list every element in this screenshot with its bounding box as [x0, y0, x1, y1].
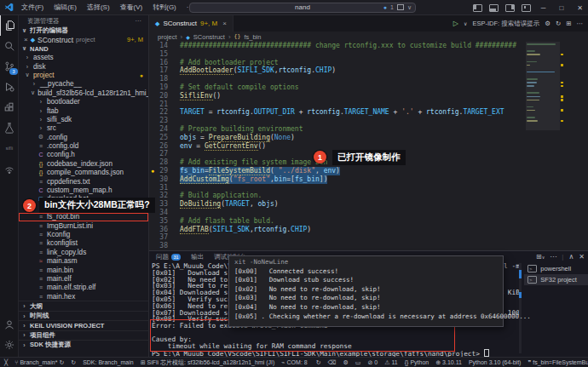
code-line[interactable]: 24# Prepare building environment	[149, 125, 526, 134]
tree-item[interactable]: ›sifli_sdk	[19, 115, 148, 123]
status-item-Python[interactable]: {}Python	[405, 359, 429, 365]
status-item-COM: 8[interactable]: ⌁COM: 8	[281, 359, 307, 366]
code-line[interactable]: 19# Set default compile options	[149, 83, 526, 92]
tree-item[interactable]: Ccustom_mem_map.h	[19, 186, 148, 194]
tree-item[interactable]: ≡main.hex	[19, 292, 148, 301]
breadcrumb[interactable]: project › ◆ SConstruct › {} fs_bin	[149, 32, 588, 42]
source-control-icon[interactable]: 3	[0, 56, 19, 77]
status-item[interactable]: ⌫	[328, 359, 337, 366]
close-tab-icon[interactable]: ×	[222, 20, 227, 27]
tree-item[interactable]: ∨project●	[19, 71, 148, 79]
code-line[interactable]: 37	[149, 233, 526, 242]
customize-layout-icon[interactable]	[522, 4, 531, 12]
code-line[interactable]: 23	[149, 117, 526, 125]
more-actions-icon[interactable]: ⋯	[550, 253, 556, 261]
open-editors-header[interactable]: ∨ 打开的编辑器	[19, 26, 148, 36]
code-line[interactable]: 16# Add bootloader project	[149, 59, 526, 67]
code-line[interactable]: 36AddFTAB(SIFLI_SDK,rtconfig.CHIP)	[149, 226, 526, 234]
code-line[interactable]: 14################################ chang…	[149, 42, 526, 50]
status-item-Branch_main*[interactable]: ⑂Branch_main*↻	[14, 359, 64, 366]
tree-item[interactable]: ≡main.elf.strip.elf	[19, 284, 148, 292]
code-line[interactable]: 25objs = PrepareBuilding(None)	[149, 134, 526, 142]
tree-item[interactable]: ›disk	[19, 62, 148, 71]
tree-item[interactable]: ≡cppdefines.txt	[19, 177, 148, 186]
tree-item[interactable]: ⚙.config	[19, 133, 148, 141]
close-icon[interactable]: ×	[24, 36, 28, 43]
breadcrumb-project[interactable]: project	[158, 33, 177, 41]
open-editor-item[interactable]: × ◆ SConstruct project 9+, M	[19, 36, 148, 45]
window-split-icon[interactable]	[397, 4, 404, 10]
sync-icon[interactable]: ↻	[556, 20, 561, 27]
settings-icon[interactable]	[0, 335, 19, 355]
extensions-icon[interactable]	[0, 97, 19, 118]
command-search-input[interactable]: nand ● 1 ∨	[189, 3, 416, 13]
gear-icon[interactable]: ⚙	[545, 20, 551, 27]
status-item-fs_bin=FileS[interactable]: ❞fs_bin=FileSystemBuild("../d	[527, 359, 588, 366]
terminal-scrollbar[interactable]	[519, 263, 522, 353]
tree-item[interactable]: ≈main.asm	[19, 256, 148, 265]
code-line[interactable]: ●29fs_bin=FileSystemBuild( "../disk", en…	[149, 167, 526, 175]
status-item-3.10.11[interactable]: ⊕3.10.11	[435, 359, 462, 366]
menu-item[interactable]: 文件(F)	[17, 2, 48, 13]
more-actions-icon[interactable]: ⋯	[577, 20, 584, 27]
sidebar-section-SDK 快捷资源[interactable]: ›SDK 快捷资源	[19, 340, 148, 349]
status-item[interactable]: ▭	[355, 359, 361, 366]
workspace-header[interactable]: ∨ NAND	[19, 44, 148, 54]
search-icon[interactable]	[0, 36, 19, 56]
tree-item[interactable]: ≡ImgBurnList.ini	[19, 221, 148, 230]
run-button[interactable]: ▷	[453, 20, 458, 27]
terminal-instance[interactable]: >_SF32 project	[524, 274, 588, 285]
tree-item[interactable]: ≡main.elf	[19, 274, 148, 283]
menu-item[interactable]: 查看(V)	[116, 2, 147, 13]
code-line[interactable]: 20SifliEnv()	[149, 92, 526, 100]
tree-item[interactable]: Ccconfig.h	[19, 151, 148, 159]
status-item-SDK: Branch_[interactable]: SDK: Branch_main	[83, 359, 134, 365]
sidebar-section-大纲[interactable]: ›大纲	[19, 301, 148, 310]
menu-item[interactable]: 编辑(E)	[49, 2, 81, 13]
tree-item[interactable]: ›ftab	[19, 106, 148, 115]
sidebar-section-KEIL UVISION PROJECT[interactable]: ›KEIL UVISION PROJECT	[19, 320, 148, 330]
run-debug-icon[interactable]	[0, 77, 19, 97]
minimize-button[interactable]: ─	[538, 4, 550, 12]
code-line[interactable]: 35# Add flash table buld.	[149, 217, 526, 226]
esp-idf-action[interactable]: ESP-IDF: 搜索错误提示	[472, 20, 539, 28]
menu-item[interactable]: 转到(G)	[148, 2, 181, 13]
split-editor-icon[interactable]: ⊞	[566, 20, 571, 27]
panel-tab-问题[interactable]: 问题31	[156, 253, 181, 261]
tree-item[interactable]: ≡main.bin	[19, 266, 148, 274]
run-dropdown-icon[interactable]: ∨	[464, 20, 467, 26]
maximize-panel-icon[interactable]: ∧	[568, 253, 574, 261]
sifli-icon[interactable]: sifli	[0, 138, 19, 158]
maximize-button[interactable]: □	[556, 4, 567, 12]
menu-item[interactable]: 选择(S)	[83, 2, 114, 13]
tree-item[interactable]: ›bootloader	[19, 97, 148, 106]
code-line[interactable]: 22TARGET = rtconfig.OUTPUT_DIR + rtconfi…	[149, 108, 526, 117]
status-item[interactable]: ↻	[71, 359, 76, 366]
code-line[interactable]: 26env = GetCurrentEnv()	[149, 142, 526, 151]
tree-item[interactable]: ≡kconfiglist	[19, 239, 148, 248]
tree-item[interactable]: ≡Kconfig	[19, 230, 148, 238]
code-line[interactable]: 38	[149, 242, 526, 250]
panel-tab-输出[interactable]: 输出	[191, 253, 204, 261]
status-item[interactable]: ⚙	[343, 359, 348, 366]
chevron-down-icon[interactable]: ∨	[407, 4, 412, 11]
code-line[interactable]: 18	[149, 75, 526, 83]
split-terminal-icon[interactable]: ⊞∨	[536, 253, 545, 261]
status-item[interactable]: ╳	[4, 359, 8, 366]
tree-item[interactable]: ›assets	[19, 54, 148, 62]
toggle-sidebar-icon[interactable]	[473, 4, 482, 12]
sidebar-more-icon[interactable]: ···	[135, 17, 142, 25]
code-line[interactable]: 30AddCustomImg("fs_root",bin=[fs_bin])	[149, 175, 526, 184]
breadcrumb-file[interactable]: SConstruct	[193, 33, 225, 41]
status-item-0[interactable]: ⊘0	[367, 359, 378, 366]
tree-item[interactable]: {}compile_commands.json	[19, 169, 148, 177]
breadcrumb-symbol[interactable]: fs_bin	[244, 33, 261, 41]
serial-monitor-icon[interactable]	[0, 158, 19, 179]
tab-sconstruct[interactable]: ◆ SConstruct 9+, M ×	[149, 15, 233, 32]
code-line[interactable]: 15	[149, 50, 526, 59]
status-item-11[interactable]: ⚠11	[384, 359, 398, 366]
code-line[interactable]: 34	[149, 209, 526, 217]
status-item-SiFli 芯片模组:[interactable]: ⊞SiFli 芯片模组: sf32lb56-lcd_a128r12n1_hmi …	[141, 358, 275, 367]
terminal-instance[interactable]: >_powershell	[524, 263, 588, 274]
code-line[interactable]: 17AddBootLoader(SIFLI_SDK,rtconfig.CHIP)	[149, 66, 526, 75]
